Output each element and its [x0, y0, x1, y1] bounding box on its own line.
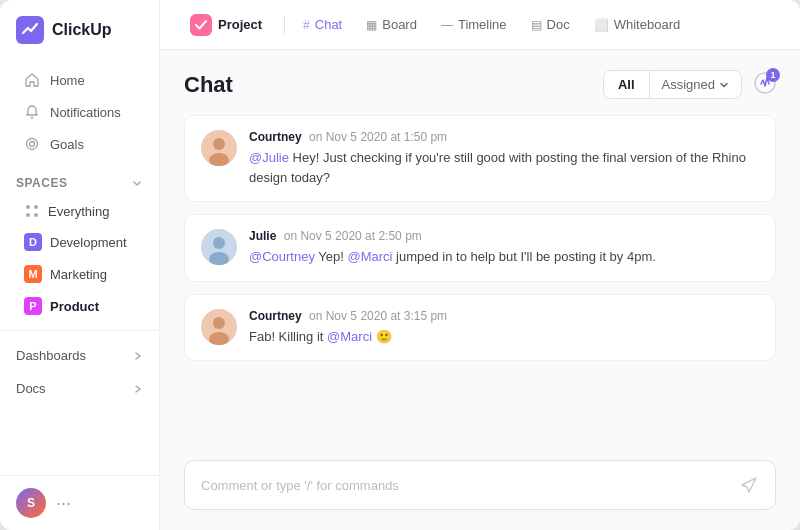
message-body: Julie on Nov 5 2020 at 2:50 pm @Courtney…: [249, 229, 759, 267]
sidebar-footer: S ···: [0, 475, 159, 530]
main-content: Project # Chat ▦ Board — Timeline ▤ Doc …: [160, 0, 800, 530]
svg-point-3: [26, 205, 30, 209]
dashboards-label: Dashboards: [16, 348, 86, 363]
tab-chat[interactable]: # Chat: [293, 9, 352, 40]
tab-whiteboard-label: Whiteboard: [614, 17, 680, 32]
mention: @Courtney: [249, 249, 315, 264]
chevron-down-icon: [719, 80, 729, 90]
message-meta: Julie on Nov 5 2020 at 2:50 pm: [249, 229, 759, 243]
sidebar: ClickUp Home Notifications Goals Spaces: [0, 0, 160, 530]
top-bar: Project # Chat ▦ Board — Timeline ▤ Doc …: [160, 0, 800, 50]
product-dot: P: [24, 297, 42, 315]
mention: @Julie: [249, 150, 289, 165]
send-icon[interactable]: [739, 475, 759, 495]
filter-all-button[interactable]: All: [604, 71, 649, 98]
chat-header: Chat All Assigned: [184, 70, 776, 99]
message-text: @Julie Hey! Just checking if you're stil…: [249, 148, 759, 187]
sidebar-item-development[interactable]: D Development: [8, 226, 151, 258]
home-icon: [24, 72, 40, 88]
message-author: Courtney: [249, 309, 302, 323]
message-time: on Nov 5 2020 at 3:15 pm: [309, 309, 447, 323]
svg-point-4: [34, 205, 38, 209]
development-dot: D: [24, 233, 42, 251]
svg-rect-7: [190, 14, 212, 36]
notification-icon-wrapper[interactable]: 1: [754, 72, 776, 98]
docs-label: Docs: [16, 381, 46, 396]
chat-area: Chat All Assigned: [160, 50, 800, 530]
message-card: Julie on Nov 5 2020 at 2:50 pm @Courtney…: [184, 214, 776, 282]
project-label: Project: [218, 17, 262, 32]
sidebar-item-goals[interactable]: Goals: [8, 128, 151, 160]
message-text: Fab! Killing it @Marci 🙂: [249, 327, 759, 347]
tab-timeline[interactable]: — Timeline: [431, 9, 517, 40]
message-text: @Courtney Yep! @Marci jumped in to help …: [249, 247, 759, 267]
space-development-label: Development: [50, 235, 127, 250]
message-body: Courtney on Nov 5 2020 at 3:15 pm Fab! K…: [249, 309, 759, 347]
project-tab[interactable]: Project: [180, 8, 272, 42]
chevron-icon: [131, 177, 143, 189]
sidebar-bottom-section: Dashboards Docs: [0, 330, 159, 405]
mention: @Marci: [348, 249, 393, 264]
sidebar-item-marketing[interactable]: M Marketing: [8, 258, 151, 290]
sidebar-item-product[interactable]: P Product: [8, 290, 151, 322]
marketing-dot: M: [24, 265, 42, 283]
svg-point-13: [213, 237, 225, 249]
comment-input-area[interactable]: Comment or type '/' for commands: [184, 460, 776, 510]
svg-point-6: [34, 213, 38, 217]
notification-badge: 1: [766, 68, 780, 82]
messages-list: Courtney on Nov 5 2020 at 1:50 pm @Julie…: [184, 115, 776, 448]
doc-tab-icon: ▤: [531, 18, 542, 32]
footer-more-icon[interactable]: ···: [56, 493, 71, 514]
comment-placeholder: Comment or type '/' for commands: [201, 478, 399, 493]
tab-doc[interactable]: ▤ Doc: [521, 9, 580, 40]
clickup-logo-icon: [16, 16, 44, 44]
tab-timeline-label: Timeline: [458, 17, 507, 32]
sidebar-item-everything[interactable]: Everything: [8, 196, 151, 226]
sidebar-item-docs[interactable]: Docs: [0, 372, 159, 405]
space-marketing-label: Marketing: [50, 267, 107, 282]
sidebar-notifications-label: Notifications: [50, 105, 121, 120]
message-time: on Nov 5 2020 at 1:50 pm: [309, 130, 447, 144]
project-icon: [190, 14, 212, 36]
sidebar-goals-label: Goals: [50, 137, 84, 152]
user-avatar[interactable]: S: [16, 488, 46, 518]
svg-point-16: [213, 317, 225, 329]
tab-chat-label: Chat: [315, 17, 342, 32]
message-body: Courtney on Nov 5 2020 at 1:50 pm @Julie…: [249, 130, 759, 187]
chevron-right-docs-icon: [133, 384, 143, 394]
svg-point-5: [26, 213, 30, 217]
avatar: [201, 130, 237, 166]
tab-board[interactable]: ▦ Board: [356, 9, 427, 40]
target-icon: [24, 136, 40, 152]
chat-title: Chat: [184, 72, 233, 98]
app-window: ClickUp Home Notifications Goals Spaces: [0, 0, 800, 530]
avatar: [201, 309, 237, 345]
logo[interactable]: ClickUp: [0, 16, 159, 64]
svg-point-1: [27, 139, 38, 150]
whiteboard-tab-icon: ⬜: [594, 18, 609, 32]
sidebar-home-label: Home: [50, 73, 85, 88]
app-name: ClickUp: [52, 21, 112, 39]
timeline-tab-icon: —: [441, 18, 453, 32]
message-author: Courtney: [249, 130, 302, 144]
message-card: Courtney on Nov 5 2020 at 1:50 pm @Julie…: [184, 115, 776, 202]
tab-whiteboard[interactable]: ⬜ Whiteboard: [584, 9, 690, 40]
avatar: [201, 229, 237, 265]
svg-point-2: [30, 142, 35, 147]
mention: @Marci: [327, 329, 372, 344]
tab-board-label: Board: [382, 17, 417, 32]
message-author: Julie: [249, 229, 276, 243]
space-product-label: Product: [50, 299, 99, 314]
sidebar-item-dashboards[interactable]: Dashboards: [0, 339, 159, 372]
filter-assigned-button[interactable]: Assigned: [649, 71, 741, 98]
assigned-label: Assigned: [662, 77, 715, 92]
everything-icon: [24, 203, 40, 219]
bell-icon: [24, 104, 40, 120]
sidebar-item-notifications[interactable]: Notifications: [8, 96, 151, 128]
space-everything-label: Everything: [48, 204, 109, 219]
spaces-label: Spaces: [16, 176, 67, 190]
tab-doc-label: Doc: [547, 17, 570, 32]
board-tab-icon: ▦: [366, 18, 377, 32]
sidebar-item-home[interactable]: Home: [8, 64, 151, 96]
chevron-right-icon: [133, 351, 143, 361]
